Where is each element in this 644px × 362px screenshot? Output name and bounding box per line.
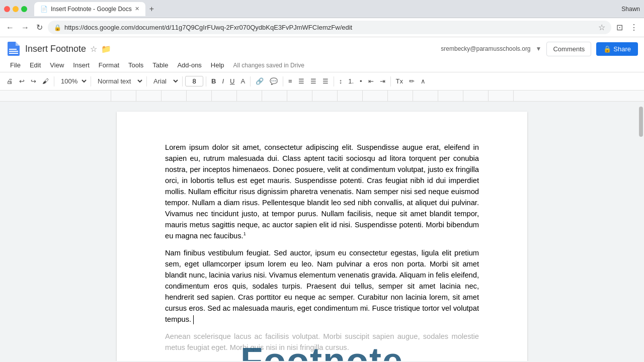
address-bar[interactable]: 🔒 https://docs.google.com/document/d/11g…: [48, 21, 611, 34]
increase-indent-button[interactable]: ⇥: [377, 76, 388, 86]
justify-button[interactable]: ☰: [320, 76, 331, 86]
forward-button[interactable]: →: [19, 22, 31, 33]
browser-menu-button[interactable]: ⋮: [628, 22, 640, 33]
divider-7: [283, 76, 283, 86]
user-email: srembecky@paramusschools.org: [441, 45, 530, 52]
divider-3: [146, 76, 147, 86]
decrease-indent-button[interactable]: ⇤: [366, 76, 376, 86]
share-lock-icon: 🔒: [603, 45, 611, 53]
paragraph-2-text: Nam finibus vestibulum feugiat. Sed auct…: [165, 249, 479, 323]
comments-button[interactable]: Comments: [546, 42, 591, 56]
divider-4: [182, 76, 183, 86]
align-center-button[interactable]: ☰: [296, 76, 307, 86]
back-button[interactable]: ←: [4, 22, 16, 33]
font-size-input[interactable]: 8: [185, 76, 203, 86]
account-icon[interactable]: ▼: [536, 45, 542, 52]
menu-tools[interactable]: Tools: [124, 59, 147, 71]
paint-format-button[interactable]: 🖌: [40, 76, 51, 86]
maximize-window-btn[interactable]: [21, 6, 27, 12]
menu-edit[interactable]: Edit: [26, 59, 45, 71]
folder-icon[interactable]: 📁: [101, 44, 111, 54]
close-window-btn[interactable]: [4, 6, 10, 12]
font-select[interactable]: Arial: [149, 75, 180, 87]
doc-page[interactable]: Lorem ipsum dolor sit amet, consectetur …: [117, 112, 527, 361]
collapse-toolbar-button[interactable]: ∧: [418, 76, 428, 86]
menu-bar: File Edit View Insert Format Tools Table…: [6, 58, 638, 72]
menu-help[interactable]: Help: [207, 59, 228, 71]
italic-button[interactable]: I: [219, 76, 226, 86]
divider-1: [54, 76, 54, 86]
paragraph-4: Duis vestibulum consectetur mauris duis …: [165, 359, 479, 361]
divider-9: [390, 76, 391, 86]
redo-button[interactable]: ↪: [28, 76, 39, 86]
paragraph-3-text: Aenean scelerisque lacus ac facilisis vo…: [165, 332, 479, 351]
autosave-status: All changes saved in Drive: [233, 62, 304, 69]
divider-8: [334, 76, 334, 86]
menu-addons[interactable]: Add-ons: [173, 59, 205, 71]
document-area: Lorem ipsum dolor sit amet, consectetur …: [0, 102, 644, 361]
text-cursor: [193, 315, 194, 324]
align-left-button[interactable]: ≡: [286, 76, 295, 86]
paragraph-1-text: Lorem ipsum dolor sit amet, consectetur …: [165, 143, 479, 240]
paragraph-style-select[interactable]: Normal text: [94, 75, 144, 87]
url-text: https://docs.google.com/document/d/11g7Q…: [64, 24, 595, 31]
secure-icon: 🔒: [54, 24, 61, 31]
menu-insert[interactable]: Insert: [69, 59, 94, 71]
share-button[interactable]: 🔒 Share: [596, 42, 638, 56]
cast-button[interactable]: ⊡: [614, 22, 625, 33]
toolbar: 🖨 ↩ ↪ 🖌 100% Normal text Arial 8 B I U A…: [0, 72, 644, 90]
menu-format[interactable]: Format: [95, 59, 123, 71]
menu-view[interactable]: View: [46, 59, 68, 71]
ruler-inner: [111, 90, 533, 101]
new-tab-button[interactable]: +: [147, 5, 156, 14]
paragraph-2: Nam finibus vestibulum feugiat. Sed auct…: [165, 247, 479, 325]
divider-5: [206, 76, 206, 86]
zoom-select[interactable]: 100%: [57, 75, 88, 87]
share-label: Share: [613, 45, 631, 53]
scrollbar-thumb[interactable]: [639, 107, 643, 137]
ruler: [0, 90, 644, 102]
paragraph-1: Lorem ipsum dolor sit amet, consectetur …: [165, 142, 479, 241]
doc-title: Insert Footnote: [25, 44, 86, 54]
underline-button[interactable]: U: [227, 76, 237, 86]
pen-button[interactable]: ✏: [407, 76, 417, 86]
docs-header: Insert Footnote ☆ 📁 srembecky@paramussch…: [0, 37, 644, 72]
reload-button[interactable]: ↻: [34, 22, 45, 33]
menu-table[interactable]: Table: [148, 59, 172, 71]
link-button[interactable]: 🔗: [253, 76, 266, 86]
traffic-lights: [4, 6, 27, 12]
bulleted-list-button[interactable]: •: [357, 76, 365, 86]
active-tab[interactable]: 📄 Insert Footnote - Google Docs ✕: [34, 2, 145, 16]
paragraph-4-text: Duis vestibulum consectetur mauris duis …: [165, 360, 479, 361]
docs-title-row: Insert Footnote ☆ 📁 srembecky@paramussch…: [6, 41, 638, 56]
menu-file[interactable]: File: [6, 59, 25, 71]
minimize-window-btn[interactable]: [13, 6, 19, 12]
close-tab-btn[interactable]: ✕: [135, 6, 139, 12]
tab-title: Insert Footnote - Google Docs: [51, 6, 132, 13]
numbered-list-button[interactable]: 1.: [346, 76, 356, 86]
header-right: srembecky@paramusschools.org ▼ Comments …: [441, 42, 638, 56]
comment-button[interactable]: 💬: [267, 76, 280, 86]
undo-button[interactable]: ↩: [17, 76, 27, 86]
bold-button[interactable]: B: [209, 76, 218, 86]
clear-format-button[interactable]: Tx: [393, 76, 406, 86]
divider-2: [91, 76, 91, 86]
align-right-button[interactable]: ☰: [308, 76, 319, 86]
text-color-button[interactable]: A: [238, 76, 248, 86]
line-spacing-button[interactable]: ↕: [337, 76, 345, 86]
scrollbar[interactable]: [638, 102, 644, 361]
divider-6: [250, 76, 251, 86]
tab-bar: 📄 Insert Footnote - Google Docs ✕ +: [34, 2, 156, 16]
browser-chrome: 📄 Insert Footnote - Google Docs ✕ + Shaw…: [0, 0, 644, 18]
footnote-ref-1: 1: [244, 231, 246, 236]
browser-user: Shawn: [621, 6, 640, 13]
docs-logo: [6, 41, 21, 56]
print-button[interactable]: 🖨: [4, 76, 16, 86]
address-bar-row: ← → ↻ 🔒 https://docs.google.com/document…: [0, 18, 644, 37]
bookmark-icon[interactable]: ☆: [598, 23, 605, 32]
tab-icon: 📄: [40, 6, 48, 13]
star-icon[interactable]: ☆: [90, 44, 97, 54]
paragraph-3: Aenean scelerisque lacus ac facilisis vo…: [165, 331, 479, 353]
